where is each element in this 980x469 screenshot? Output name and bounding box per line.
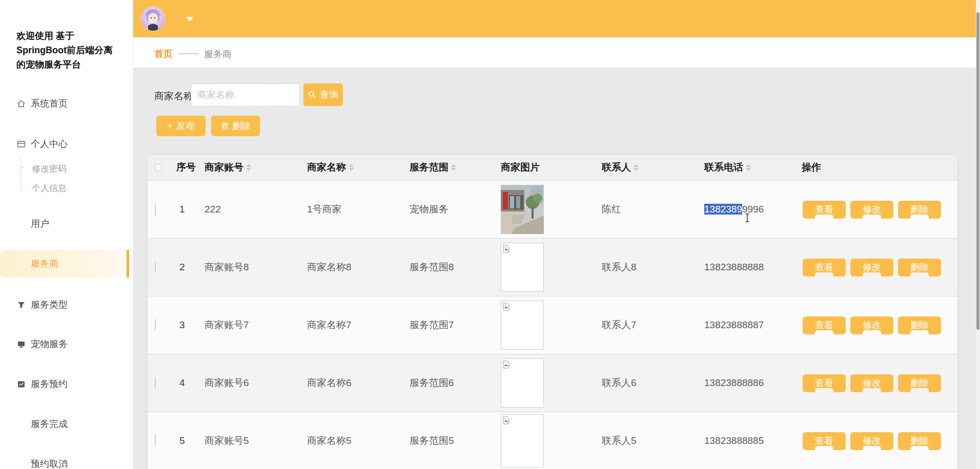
grid-icon [17, 420, 26, 429]
table-row: 1 222 1号商家 宠物服务 [148, 180, 957, 238]
row-delete-button[interactable]: 删除 [898, 316, 941, 334]
table-row: 4 商家账号6 商家名称6 服务范围6 联系人6 13823888886 查看 … [148, 354, 957, 412]
sort-icon[interactable] [451, 164, 456, 171]
merchant-table: 序号 商家账号 商家名称 服务范围 商家图片 联系人 联系电话 操作 1 222… [148, 155, 957, 469]
plus-icon: + [167, 121, 173, 131]
row-delete-button[interactable]: 删除 [898, 201, 941, 219]
sidebar-item-service-provider[interactable]: 服务商 [0, 250, 129, 278]
table-header-row: 序号 商家账号 商家名称 服务范围 商家图片 联系人 联系电话 操作 [148, 155, 957, 180]
view-button[interactable]: 查看 [803, 259, 846, 276]
sidebar-item-users[interactable]: 用户 [0, 215, 133, 232]
vertical-scrollbar[interactable] [976, 0, 980, 469]
merchant-name-input[interactable] [191, 83, 300, 106]
sort-icon[interactable] [246, 164, 251, 171]
edit-button[interactable]: 修改 [850, 374, 893, 392]
sidebar-item-personal-info[interactable]: 个人信息 [0, 179, 133, 197]
sidebar-item-system-home[interactable]: 系统首页 [0, 95, 133, 112]
broken-image-icon [501, 301, 544, 350]
search-icon [308, 91, 316, 99]
breadcrumb-current: 服务商 [204, 48, 232, 60]
view-button[interactable]: 查看 [803, 374, 846, 392]
panel-icon [17, 140, 26, 148]
sidebar-item-booking-cancel[interactable]: 预约取消 [0, 455, 133, 469]
broken-image-icon [501, 243, 544, 292]
breadcrumb-separator [178, 53, 199, 54]
selected-text: 1382389 [704, 204, 742, 215]
row-delete-button[interactable]: 删除 [898, 259, 941, 276]
sidebar-item-service-type[interactable]: 服务类型 [0, 296, 133, 313]
text-cursor [744, 213, 750, 223]
phone-value: 13823899996 [702, 204, 800, 215]
broken-image-icon [501, 414, 544, 467]
sidebar-item-pet-service[interactable]: 宠物服务 [0, 335, 133, 353]
delete-button[interactable]: 删除 [211, 116, 260, 136]
query-button[interactable]: 查询 [303, 83, 343, 106]
sort-icon[interactable] [634, 164, 639, 171]
sidebar-item-service-complete[interactable]: 服务完成 [0, 415, 133, 433]
top-bar [133, 0, 976, 37]
edit-button[interactable]: 修改 [850, 259, 893, 276]
row-delete-button[interactable]: 删除 [898, 374, 941, 392]
sidebar-item-service-booking[interactable]: 服务预约 [0, 375, 133, 393]
home-icon [17, 99, 26, 108]
row-checkbox[interactable] [155, 377, 156, 389]
main-content: 商家名称 查询 + 发布 删除 序号 商家账号 商家名称 服务范围 商家图片 联… [133, 68, 976, 469]
sort-icon[interactable] [349, 164, 354, 171]
view-button[interactable]: 查看 [803, 201, 846, 219]
broken-image-icon [501, 358, 544, 408]
sidebar-item-change-password[interactable]: 修改密码 [0, 160, 133, 177]
caret-down-icon[interactable] [186, 17, 193, 22]
breadcrumb: 首页 服务商 [133, 37, 976, 68]
table-row: 3 商家账号7 商家名称7 服务范围7 联系人7 13823888887 查看 … [148, 296, 957, 354]
row-delete-button[interactable]: 删除 [898, 432, 941, 450]
sort-icon[interactable] [746, 164, 751, 171]
view-button[interactable]: 查看 [803, 316, 846, 334]
avatar[interactable] [141, 7, 165, 31]
trash-icon [221, 122, 229, 130]
grid-icon [17, 460, 26, 468]
edit-button[interactable]: 修改 [850, 316, 893, 334]
sidebar: 欢迎使用 基于 SpringBoot前后端分离 的宠物服务平台 系统首页 个人中… [0, 0, 133, 469]
storefront-photo [501, 185, 544, 234]
row-checkbox[interactable] [155, 319, 156, 331]
row-checkbox[interactable] [155, 261, 156, 273]
app-title: 欢迎使用 基于 SpringBoot前后端分离 的宠物服务平台 [16, 29, 119, 72]
edit-button[interactable]: 修改 [850, 432, 893, 450]
scrollbar-thumb[interactable] [976, 12, 979, 330]
funnel-icon [17, 301, 26, 309]
grid-icon [17, 220, 26, 228]
sidebar-item-personal-center[interactable]: 个人中心 [0, 135, 133, 153]
view-button[interactable]: 查看 [803, 432, 846, 450]
select-all-checkbox[interactable] [155, 164, 162, 171]
row-checkbox[interactable] [155, 435, 156, 446]
table-row: 5 商家账号5 商家名称5 服务范围5 联系人5 13823888885 查看 … [148, 412, 957, 469]
grid-icon [17, 260, 26, 268]
monitor-icon [17, 340, 26, 349]
table-row: 2 商家账号8 商家名称8 服务范围8 联系人8 13823888888 查看 … [148, 238, 957, 296]
row-checkbox[interactable] [155, 203, 156, 215]
publish-button[interactable]: + 发布 [156, 116, 206, 136]
merchant-name-label: 商家名称 [154, 90, 193, 103]
edit-button[interactable]: 修改 [850, 201, 893, 219]
chart-icon [17, 380, 26, 389]
breadcrumb-home[interactable]: 首页 [154, 48, 173, 60]
